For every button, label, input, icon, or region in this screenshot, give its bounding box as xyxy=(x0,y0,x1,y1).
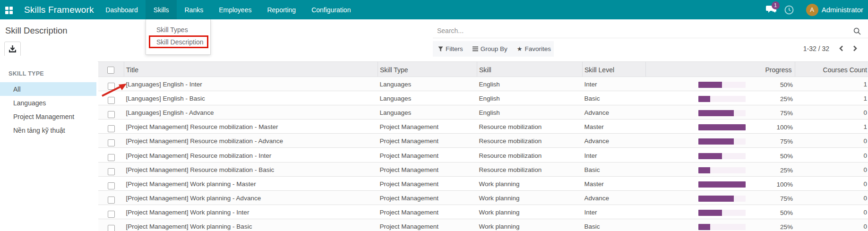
pager-next[interactable] xyxy=(853,45,858,51)
user-avatar[interactable]: A xyxy=(806,4,818,16)
table-row[interactable]: [Project Management] Work planning - Bas… xyxy=(98,219,868,231)
table-row[interactable]: [Project Management] Resource mobilizati… xyxy=(98,134,868,148)
skill-type-filter-all[interactable]: All xyxy=(0,82,96,96)
cell-courses-count: 0 xyxy=(795,219,868,231)
cell-title: [Languages] English - Advance xyxy=(124,105,378,120)
skill-type-filter-project-management[interactable]: Project Management xyxy=(0,110,96,123)
progress-bar-fill xyxy=(698,167,710,173)
pager-previous[interactable] xyxy=(839,45,843,51)
progress-bar-fill xyxy=(698,124,746,130)
group-by-button[interactable]: Group By xyxy=(473,45,507,52)
search-options-bar: Filters Group By ★ Favorites xyxy=(433,41,554,57)
row-checkbox[interactable] xyxy=(108,125,115,132)
cell-skill-type: Project Management xyxy=(378,148,477,162)
annotation-red-arrow xyxy=(97,80,130,102)
table-row[interactable]: [Project Management] Resource mobilizati… xyxy=(98,148,868,162)
table-row[interactable]: [Languages] English - BasicLanguagesEngl… xyxy=(98,91,868,105)
col-title[interactable]: Title xyxy=(124,62,378,77)
menu-item-dashboard[interactable]: Dashboard xyxy=(98,0,146,19)
progress-bar-fill xyxy=(698,181,746,188)
row-select-cell[interactable] xyxy=(98,190,124,205)
row-select-cell[interactable] xyxy=(98,176,124,190)
row-checkbox[interactable] xyxy=(108,168,115,175)
user-name[interactable]: Administrator xyxy=(822,6,863,14)
cell-skill: Work planning xyxy=(477,205,582,219)
progress-bar-track xyxy=(698,82,746,88)
row-checkbox[interactable] xyxy=(108,225,115,231)
table-row[interactable]: [Languages] English - AdvanceLanguagesEn… xyxy=(98,105,868,120)
cell-title: [Project Management] Resource mobilizati… xyxy=(124,162,378,176)
search-input[interactable]: Search... xyxy=(433,23,853,34)
apps-grid-icon[interactable] xyxy=(5,7,13,14)
col-skill[interactable]: Skill xyxy=(477,62,582,77)
row-checkbox[interactable] xyxy=(108,211,115,218)
row-select-cell[interactable] xyxy=(98,219,124,231)
cell-skill-level: Advance xyxy=(582,134,645,148)
filters-label: Filters xyxy=(446,45,463,52)
cell-skill: Resource mobilization xyxy=(477,162,582,176)
progress-bar-fill xyxy=(698,224,710,230)
favorites-button[interactable]: ★ Favorites xyxy=(517,45,551,52)
menu-item-reporting[interactable]: Reporting xyxy=(259,0,304,19)
col-progress[interactable]: Progress xyxy=(645,62,795,77)
progress-label: 50% xyxy=(746,81,795,88)
row-checkbox[interactable] xyxy=(108,197,115,204)
messages-icon[interactable]: 1 xyxy=(765,5,778,15)
app-brand[interactable]: Skills Framework xyxy=(0,5,94,15)
cell-courses-count: 0 xyxy=(795,190,868,205)
col-courses-count[interactable]: Courses Count xyxy=(795,62,868,77)
col-skill-type[interactable]: Skill Type xyxy=(378,62,477,77)
search-bar: Search... xyxy=(433,19,868,38)
app-title: Skills Framework xyxy=(24,5,94,15)
cell-skill-level: Master xyxy=(582,176,645,190)
progress-bar-fill xyxy=(698,210,722,216)
table-row[interactable]: [Project Management] Resource mobilizati… xyxy=(98,162,868,176)
cell-courses-count: 1 xyxy=(795,120,868,134)
row-select-cell[interactable] xyxy=(98,105,124,120)
row-checkbox[interactable] xyxy=(108,182,115,189)
cell-skill-type: Project Management xyxy=(378,219,477,231)
cell-title: [Project Management] Work planning - Bas… xyxy=(124,219,378,231)
activities-icon[interactable] xyxy=(784,5,794,15)
progress-label: 50% xyxy=(746,209,795,216)
progress-bar-track xyxy=(698,196,746,202)
cell-progress: 50% xyxy=(645,205,795,219)
search-panel: SKILL TYPE AllLanguagesProject Managemen… xyxy=(0,56,98,231)
table-row[interactable]: [Project Management] Resource mobilizati… xyxy=(98,120,868,134)
progress-bar-track xyxy=(698,153,746,159)
skill-type-filter-nền-tảng-kỹ-thuật[interactable]: Nền tảng kỹ thuật xyxy=(0,123,96,137)
cell-skill-type: Project Management xyxy=(378,205,477,219)
menu-item-employees[interactable]: Employees xyxy=(211,0,259,19)
search-icon[interactable] xyxy=(853,27,861,35)
row-checkbox[interactable] xyxy=(108,111,115,118)
skill-type-filter-languages[interactable]: Languages xyxy=(0,96,96,110)
cell-progress: 25% xyxy=(645,219,795,231)
list-view: Title Skill Type Skill Skill Level Progr… xyxy=(98,61,868,231)
row-select-cell[interactable] xyxy=(98,120,124,134)
col-skill-level[interactable]: Skill Level xyxy=(582,62,645,77)
row-select-cell[interactable] xyxy=(98,162,124,176)
table-row[interactable]: [Project Management] Work planning - Int… xyxy=(98,205,868,219)
table-row[interactable]: [Languages] English - InterLanguagesEngl… xyxy=(98,77,868,91)
row-select-cell[interactable] xyxy=(98,205,124,219)
filters-button[interactable]: Filters xyxy=(438,45,463,52)
menu-item-skills[interactable]: Skills xyxy=(146,0,177,19)
select-all-checkbox[interactable] xyxy=(107,67,114,74)
menu-item-configuration[interactable]: Configuration xyxy=(304,0,359,19)
cell-skill-level: Advance xyxy=(582,190,645,205)
row-select-cell[interactable] xyxy=(98,148,124,162)
row-select-cell[interactable] xyxy=(98,134,124,148)
menu-item-ranks[interactable]: Ranks xyxy=(177,0,211,19)
row-checkbox[interactable] xyxy=(108,139,115,146)
dropdown-item-skill-types[interactable]: Skill Types xyxy=(146,24,210,36)
cell-courses-count: 0 xyxy=(795,148,868,162)
table-row[interactable]: [Project Management] Work planning - Mas… xyxy=(98,176,868,190)
progress-bar-track xyxy=(698,138,746,145)
progress-bar-fill xyxy=(698,96,710,102)
cell-skill: Work planning xyxy=(477,219,582,231)
export-button[interactable] xyxy=(4,42,21,57)
cell-title: [Languages] English - Basic xyxy=(124,91,378,105)
row-checkbox[interactable] xyxy=(108,154,115,161)
table-row[interactable]: [Project Management] Work planning - Adv… xyxy=(98,190,868,205)
select-all-cell[interactable] xyxy=(98,62,124,77)
